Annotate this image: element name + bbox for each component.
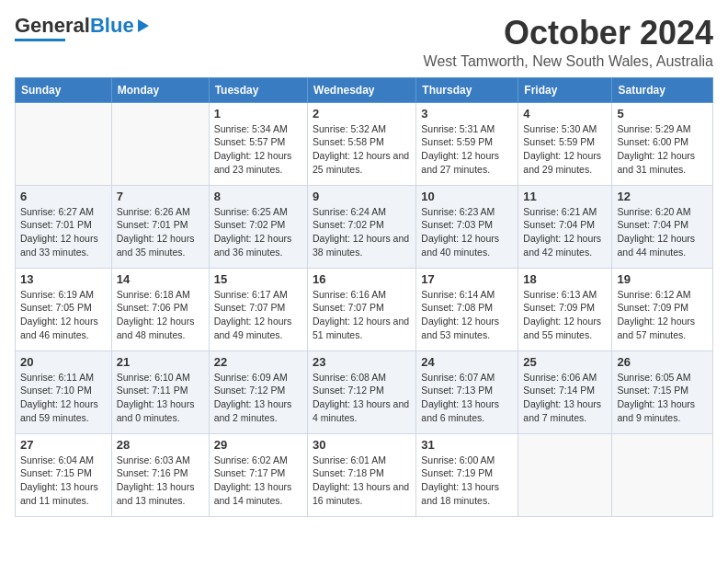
day-number: 20 [20,355,107,369]
cell-details: Sunrise: 6:14 AMSunset: 7:08 PMDaylight:… [421,288,513,342]
day-number: 8 [214,190,302,203]
day-number: 14 [117,272,204,286]
title-section: October 2024 West Tamworth, New South Wa… [424,15,713,70]
cell-details: Sunrise: 6:03 AMSunset: 7:16 PMDaylight:… [117,454,204,508]
calendar-cell: 8Sunrise: 6:25 AMSunset: 7:02 PMDaylight… [209,185,307,268]
calendar-cell: 30Sunrise: 6:01 AMSunset: 7:18 PMDayligh… [308,433,416,516]
day-number: 23 [313,355,411,369]
calendar-cell [111,102,209,185]
cell-details: Sunrise: 5:32 AMSunset: 5:58 PMDaylight:… [313,122,411,177]
calendar-header-row: SundayMondayTuesdayWednesdayThursdayFrid… [16,77,713,102]
calendar-week-row: 1Sunrise: 5:34 AMSunset: 5:57 PMDaylight… [16,102,713,185]
calendar-title: October 2024 [424,15,713,52]
header-saturday: Saturday [612,77,713,102]
day-number: 28 [117,438,204,452]
day-number: 10 [421,190,513,203]
calendar-cell: 27Sunrise: 6:04 AMSunset: 7:15 PMDayligh… [16,433,112,516]
calendar-cell: 3Sunrise: 5:31 AMSunset: 5:59 PMDaylight… [416,102,518,185]
cell-details: Sunrise: 5:29 AMSunset: 6:00 PMDaylight:… [617,122,708,177]
calendar-cell: 15Sunrise: 6:17 AMSunset: 7:07 PMDayligh… [209,268,307,350]
cell-details: Sunrise: 6:02 AMSunset: 7:17 PMDaylight:… [214,454,302,508]
day-number: 7 [117,190,204,203]
cell-details: Sunrise: 6:10 AMSunset: 7:11 PMDaylight:… [117,371,204,425]
cell-details: Sunrise: 6:16 AMSunset: 7:07 PMDaylight:… [313,288,411,342]
cell-details: Sunrise: 6:05 AMSunset: 7:15 PMDaylight:… [617,371,708,425]
calendar-week-row: 6Sunrise: 6:27 AMSunset: 7:01 PMDaylight… [16,185,713,268]
calendar-cell: 1Sunrise: 5:34 AMSunset: 5:57 PMDaylight… [209,102,307,185]
calendar-week-row: 27Sunrise: 6:04 AMSunset: 7:15 PMDayligh… [16,433,713,516]
cell-details: Sunrise: 6:11 AMSunset: 7:10 PMDaylight:… [20,371,107,425]
day-number: 21 [117,355,204,369]
logo: GeneralBlue [15,15,149,41]
calendar-cell: 17Sunrise: 6:14 AMSunset: 7:08 PMDayligh… [416,268,518,350]
cell-details: Sunrise: 6:17 AMSunset: 7:07 PMDaylight:… [214,288,302,342]
header-monday: Monday [111,77,209,102]
calendar-week-row: 13Sunrise: 6:19 AMSunset: 7:05 PMDayligh… [16,268,713,350]
day-number: 19 [617,272,708,286]
day-number: 17 [421,272,513,286]
cell-details: Sunrise: 6:25 AMSunset: 7:02 PMDaylight:… [214,205,302,259]
calendar-cell: 24Sunrise: 6:07 AMSunset: 7:13 PMDayligh… [416,350,518,433]
calendar-cell: 13Sunrise: 6:19 AMSunset: 7:05 PMDayligh… [16,268,112,350]
cell-details: Sunrise: 5:30 AMSunset: 5:59 PMDaylight:… [523,122,607,177]
calendar-cell: 12Sunrise: 6:20 AMSunset: 7:04 PMDayligh… [612,185,713,268]
page-header: GeneralBlue October 2024 West Tamworth, … [15,15,713,70]
cell-details: Sunrise: 5:31 AMSunset: 5:59 PMDaylight:… [421,122,513,177]
calendar-cell: 5Sunrise: 5:29 AMSunset: 6:00 PMDaylight… [612,102,713,185]
calendar-cell: 22Sunrise: 6:09 AMSunset: 7:12 PMDayligh… [209,350,307,433]
calendar-cell: 10Sunrise: 6:23 AMSunset: 7:03 PMDayligh… [416,185,518,268]
day-number: 31 [421,438,513,452]
cell-details: Sunrise: 5:34 AMSunset: 5:57 PMDaylight:… [214,122,302,177]
day-number: 24 [421,355,513,369]
day-number: 3 [421,107,513,121]
day-number: 27 [20,438,107,452]
calendar-cell: 6Sunrise: 6:27 AMSunset: 7:01 PMDaylight… [16,185,112,268]
cell-details: Sunrise: 6:26 AMSunset: 7:01 PMDaylight:… [117,205,204,259]
calendar-cell [612,433,713,516]
calendar-subtitle: West Tamworth, New South Wales, Australi… [424,53,713,70]
day-number: 6 [20,190,107,203]
calendar-cell: 2Sunrise: 5:32 AMSunset: 5:58 PMDaylight… [308,102,416,185]
cell-details: Sunrise: 6:24 AMSunset: 7:02 PMDaylight:… [313,205,411,259]
calendar-cell: 19Sunrise: 6:12 AMSunset: 7:09 PMDayligh… [612,268,713,350]
calendar-cell: 9Sunrise: 6:24 AMSunset: 7:02 PMDaylight… [308,185,416,268]
cell-details: Sunrise: 6:27 AMSunset: 7:01 PMDaylight:… [20,205,107,259]
calendar-cell: 16Sunrise: 6:16 AMSunset: 7:07 PMDayligh… [308,268,416,350]
header-wednesday: Wednesday [308,77,416,102]
cell-details: Sunrise: 6:04 AMSunset: 7:15 PMDaylight:… [20,454,107,508]
calendar-cell: 18Sunrise: 6:13 AMSunset: 7:09 PMDayligh… [518,268,612,350]
logo-text: GeneralBlue [15,15,134,37]
day-number: 1 [214,107,302,121]
header-thursday: Thursday [416,77,518,102]
cell-details: Sunrise: 6:06 AMSunset: 7:14 PMDaylight:… [523,371,607,425]
calendar-cell: 4Sunrise: 5:30 AMSunset: 5:59 PMDaylight… [518,102,612,185]
day-number: 5 [617,107,708,121]
cell-details: Sunrise: 6:21 AMSunset: 7:04 PMDaylight:… [523,205,607,259]
calendar-table: SundayMondayTuesdayWednesdayThursdayFrid… [15,77,713,517]
cell-details: Sunrise: 6:01 AMSunset: 7:18 PMDaylight:… [313,454,411,508]
calendar-cell: 29Sunrise: 6:02 AMSunset: 7:17 PMDayligh… [209,433,307,516]
day-number: 26 [617,355,708,369]
header-friday: Friday [518,77,612,102]
day-number: 12 [617,190,708,203]
day-number: 30 [313,438,411,452]
day-number: 2 [313,107,411,121]
cell-details: Sunrise: 6:00 AMSunset: 7:19 PMDaylight:… [421,454,513,508]
day-number: 13 [20,272,107,286]
cell-details: Sunrise: 6:19 AMSunset: 7:05 PMDaylight:… [20,288,107,342]
calendar-cell: 31Sunrise: 6:00 AMSunset: 7:19 PMDayligh… [416,433,518,516]
calendar-cell [518,433,612,516]
calendar-cell: 7Sunrise: 6:26 AMSunset: 7:01 PMDaylight… [111,185,209,268]
header-sunday: Sunday [16,77,112,102]
cell-details: Sunrise: 6:09 AMSunset: 7:12 PMDaylight:… [214,371,302,425]
day-number: 25 [523,355,607,369]
day-number: 29 [214,438,302,452]
calendar-cell: 20Sunrise: 6:11 AMSunset: 7:10 PMDayligh… [16,350,112,433]
day-number: 18 [523,272,607,286]
day-number: 11 [523,190,607,203]
calendar-cell: 14Sunrise: 6:18 AMSunset: 7:06 PMDayligh… [111,268,209,350]
day-number: 9 [313,190,411,203]
calendar-cell: 25Sunrise: 6:06 AMSunset: 7:14 PMDayligh… [518,350,612,433]
calendar-cell: 23Sunrise: 6:08 AMSunset: 7:12 PMDayligh… [308,350,416,433]
calendar-cell [16,102,112,185]
